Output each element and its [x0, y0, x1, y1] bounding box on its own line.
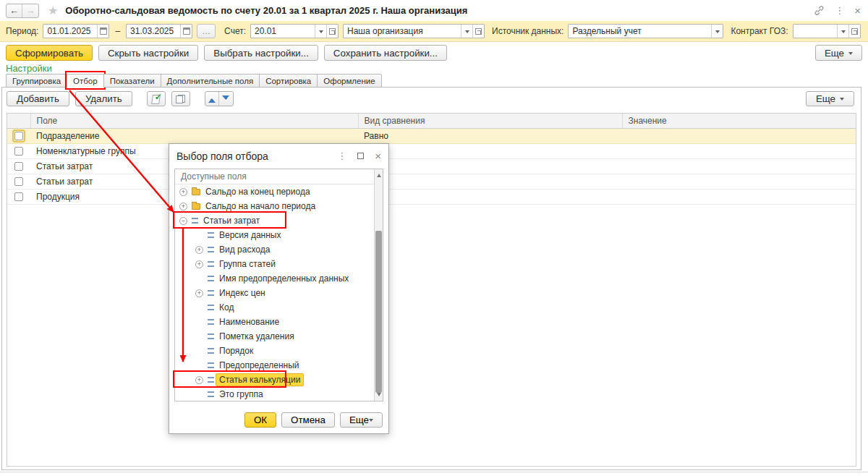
data-source-value[interactable]: Раздельный учет	[569, 25, 711, 38]
filter-table-row[interactable]: Подразделение Равно	[7, 128, 856, 143]
cancel-button[interactable]: Отмена	[281, 412, 335, 428]
value-cell[interactable]	[622, 158, 856, 174]
contract-goz-value[interactable]	[793, 25, 837, 38]
row-checkbox[interactable]	[14, 162, 23, 171]
tree-item[interactable]: + Вид расхода	[175, 242, 374, 257]
dialog-more-button[interactable]: Еще	[340, 412, 383, 428]
generate-button[interactable]: Сформировать	[6, 45, 93, 61]
tree-item[interactable]: Имя предопределенных данных	[175, 271, 374, 286]
calendar-button[interactable]	[97, 25, 109, 38]
tree-item[interactable]: + Сальдо на начало периода	[175, 199, 374, 213]
scrollbar-thumb[interactable]	[375, 231, 382, 393]
calendar-button[interactable]	[180, 25, 192, 38]
filter-table-row[interactable]: Статьи затрат	[7, 158, 856, 174]
save-settings-button[interactable]: Сохранить настройки...	[324, 45, 447, 61]
tree-item[interactable]: Это группа	[175, 387, 374, 401]
data-source-field[interactable]: Раздельный учет	[568, 24, 723, 38]
forward-button[interactable]: →	[22, 4, 38, 17]
filter-table-row[interactable]: Статьи затрат	[7, 174, 856, 189]
tree-expander-icon[interactable]: +	[179, 203, 187, 211]
comparison-cell[interactable]: Равно	[358, 128, 622, 143]
value-cell[interactable]	[622, 128, 856, 143]
period-to-value[interactable]: 31.03.2025	[127, 25, 180, 38]
period-from-value[interactable]: 01.01.2025	[43, 25, 97, 38]
delete-button[interactable]: Удалить	[75, 91, 132, 106]
comparison-cell[interactable]	[358, 158, 622, 174]
comparison-cell[interactable]	[358, 174, 622, 189]
window-close-icon[interactable]: ×	[854, 6, 861, 16]
favorite-star-icon[interactable]: ★	[48, 5, 58, 17]
settings-tab-3[interactable]: Показатели	[103, 74, 161, 88]
tree-expander-icon[interactable]: +	[195, 260, 203, 268]
filter-table-row[interactable]: Номенклатурные группы	[7, 143, 856, 158]
settings-tab-5[interactable]: Сортировка	[259, 74, 317, 88]
settings-link[interactable]: Настройки	[6, 63, 52, 74]
tree-item[interactable]: Наименование	[175, 315, 374, 329]
account-dropdown-button[interactable]	[315, 25, 326, 38]
tree-expander-icon[interactable]: +	[195, 376, 203, 384]
settings-tab-6[interactable]: Оформление	[317, 74, 381, 88]
period-from-field[interactable]: 01.01.2025	[43, 24, 109, 38]
ok-button[interactable]: ОК	[244, 412, 276, 428]
tree-item[interactable]: + Сальдо на конец периода	[175, 184, 374, 199]
tree-item[interactable]: Предопределенный	[175, 358, 374, 373]
column-header-field[interactable]: Поле	[30, 114, 358, 128]
value-cell[interactable]	[622, 174, 856, 189]
organization-dropdown-button[interactable]	[461, 25, 472, 38]
tree-item[interactable]: Код	[175, 300, 374, 315]
tree-item[interactable]: Пометка удаления	[175, 329, 374, 344]
tree-expander-icon[interactable]: +	[179, 188, 187, 196]
move-down-button[interactable]	[219, 92, 233, 106]
dialog-more-icon[interactable]: ⋮	[337, 150, 346, 161]
settings-tab-2[interactable]: Отбор	[67, 74, 103, 88]
move-up-button[interactable]	[205, 92, 219, 106]
contract-dropdown-button[interactable]	[837, 25, 848, 38]
organization-open-button[interactable]	[472, 25, 484, 38]
dialog-maximize-icon[interactable]	[357, 153, 364, 159]
tree-item[interactable]: + Индекс цен	[175, 286, 374, 300]
vertical-scrollbar[interactable]	[374, 169, 383, 401]
account-value[interactable]: 20.01	[251, 25, 315, 38]
tree-expander-icon[interactable]: +	[195, 246, 203, 254]
comparison-cell[interactable]	[358, 143, 622, 158]
get-link-icon[interactable]	[814, 5, 825, 16]
check-all-button[interactable]: ✓	[147, 91, 166, 106]
period-to-field[interactable]: 31.03.2025	[126, 24, 192, 38]
value-cell[interactable]	[622, 143, 856, 158]
field-cell[interactable]: Подразделение	[30, 128, 358, 143]
tree-item[interactable]: − Статьи затрат	[175, 213, 374, 228]
row-checkbox[interactable]	[14, 147, 23, 156]
column-header-comparison[interactable]: Вид сравнения	[358, 114, 622, 128]
filter-table-row[interactable]: Продукция	[7, 189, 856, 204]
tree-item[interactable]: + Статья калькуляции	[175, 373, 374, 387]
account-open-button[interactable]	[326, 25, 338, 38]
row-checkbox[interactable]	[14, 192, 23, 201]
contract-goz-field[interactable]	[793, 24, 861, 38]
settings-tab-1[interactable]: Группировка	[6, 74, 67, 88]
choose-settings-button[interactable]: Выбрать настройки...	[204, 45, 318, 61]
value-cell[interactable]	[622, 189, 856, 204]
tree-item[interactable]: Версия данных	[175, 228, 374, 242]
window-more-icon[interactable]: ⋮	[835, 5, 844, 16]
row-checkbox[interactable]	[14, 177, 23, 186]
panel-more-button[interactable]: Еще	[806, 91, 854, 106]
organization-field[interactable]: Наша организация	[343, 24, 485, 38]
tree-item[interactable]: + Группа статей	[175, 257, 374, 271]
form-more-button[interactable]: Еще	[815, 45, 862, 61]
column-header-value[interactable]: Значение	[622, 114, 856, 128]
comparison-cell[interactable]	[358, 189, 622, 204]
add-button[interactable]: Добавить	[7, 91, 69, 106]
account-field[interactable]: 20.01	[250, 24, 339, 38]
scroll-up-icon[interactable]	[377, 171, 381, 177]
data-source-dropdown-button[interactable]	[711, 25, 723, 38]
settings-tab-4[interactable]: Дополнительные поля	[161, 74, 260, 88]
contract-open-button[interactable]	[848, 25, 860, 38]
tree-item[interactable]: Порядок	[175, 344, 374, 358]
scroll-down-icon[interactable]	[377, 393, 381, 399]
organization-value[interactable]: Наша организация	[344, 25, 461, 38]
hide-settings-button[interactable]: Скрыть настройки	[98, 45, 198, 61]
row-checkbox[interactable]	[14, 132, 23, 140]
tree-expander-icon[interactable]: −	[179, 217, 187, 225]
tree-expander-icon[interactable]: +	[195, 289, 203, 297]
uncheck-all-button[interactable]	[171, 91, 190, 106]
